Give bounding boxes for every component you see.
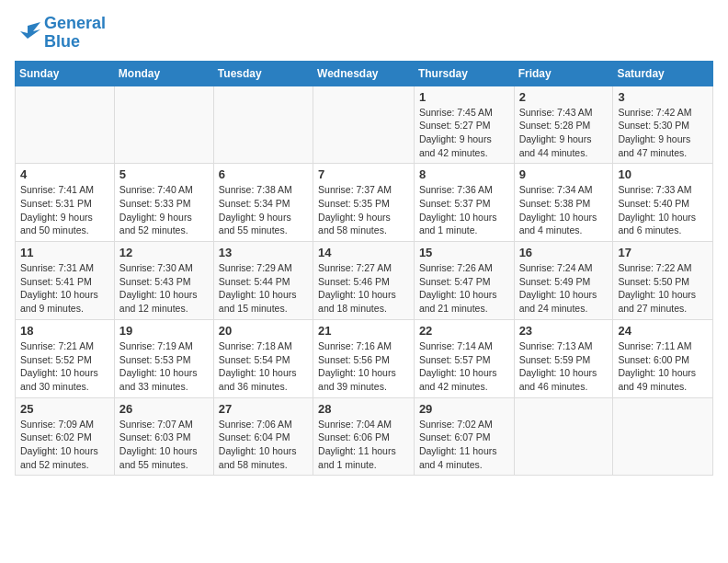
calendar-cell: 10Sunrise: 7:33 AM Sunset: 5:40 PM Dayli… xyxy=(613,164,713,242)
calendar-cell xyxy=(213,86,313,164)
calendar-cell: 13Sunrise: 7:29 AM Sunset: 5:44 PM Dayli… xyxy=(213,242,313,320)
day-info: Sunrise: 7:19 AM Sunset: 5:53 PM Dayligh… xyxy=(119,339,209,394)
day-number: 12 xyxy=(119,246,209,259)
day-number: 27 xyxy=(219,402,308,416)
calendar-cell: 5Sunrise: 7:40 AM Sunset: 5:33 PM Daylig… xyxy=(114,164,213,242)
calendar-week-row: 1Sunrise: 7:45 AM Sunset: 5:27 PM Daylig… xyxy=(16,86,713,164)
calendar-week-row: 11Sunrise: 7:31 AM Sunset: 5:41 PM Dayli… xyxy=(16,242,713,320)
day-info: Sunrise: 7:31 AM Sunset: 5:41 PM Dayligh… xyxy=(20,261,109,316)
day-number: 11 xyxy=(20,246,109,259)
day-number: 23 xyxy=(519,324,609,338)
day-number: 28 xyxy=(318,402,409,416)
calendar-cell: 27Sunrise: 7:06 AM Sunset: 6:04 PM Dayli… xyxy=(213,397,313,476)
day-info: Sunrise: 7:14 AM Sunset: 5:57 PM Dayligh… xyxy=(419,339,509,394)
day-number: 29 xyxy=(419,402,509,416)
day-number: 24 xyxy=(618,324,708,338)
calendar-cell: 9Sunrise: 7:34 AM Sunset: 5:38 PM Daylig… xyxy=(514,164,613,242)
day-number: 7 xyxy=(318,167,409,181)
calendar-header-row: Sunday Monday Tuesday Wednesday Thursday… xyxy=(16,61,713,86)
day-info: Sunrise: 7:41 AM Sunset: 5:31 PM Dayligh… xyxy=(20,183,109,237)
day-info: Sunrise: 7:27 AM Sunset: 5:46 PM Dayligh… xyxy=(318,261,409,316)
day-info: Sunrise: 7:22 AM Sunset: 5:50 PM Dayligh… xyxy=(618,261,708,316)
day-number: 15 xyxy=(419,246,509,259)
header-thursday: Thursday xyxy=(414,61,514,86)
calendar-cell: 4Sunrise: 7:41 AM Sunset: 5:31 PM Daylig… xyxy=(16,164,115,242)
day-info: Sunrise: 7:21 AM Sunset: 5:52 PM Dayligh… xyxy=(20,339,109,394)
calendar-cell: 26Sunrise: 7:07 AM Sunset: 6:03 PM Dayli… xyxy=(114,397,213,476)
logo-text: General Blue xyxy=(44,15,106,52)
day-info: Sunrise: 7:38 AM Sunset: 5:34 PM Dayligh… xyxy=(219,183,308,237)
day-info: Sunrise: 7:16 AM Sunset: 5:56 PM Dayligh… xyxy=(318,339,409,394)
day-number: 22 xyxy=(419,324,509,338)
calendar-cell: 28Sunrise: 7:04 AM Sunset: 6:06 PM Dayli… xyxy=(313,397,415,476)
day-number: 4 xyxy=(20,167,109,181)
calendar-cell: 18Sunrise: 7:21 AM Sunset: 5:52 PM Dayli… xyxy=(16,319,115,397)
day-number: 26 xyxy=(119,402,209,416)
header-monday: Monday xyxy=(114,61,213,86)
day-info: Sunrise: 7:42 AM Sunset: 5:30 PM Dayligh… xyxy=(618,106,708,160)
day-info: Sunrise: 7:26 AM Sunset: 5:47 PM Dayligh… xyxy=(419,261,509,316)
header-friday: Friday xyxy=(514,61,613,86)
calendar-table: Sunday Monday Tuesday Wednesday Thursday… xyxy=(15,61,713,477)
calendar-cell: 25Sunrise: 7:09 AM Sunset: 6:02 PM Dayli… xyxy=(16,397,115,476)
calendar-cell: 11Sunrise: 7:31 AM Sunset: 5:41 PM Dayli… xyxy=(16,242,115,320)
calendar-cell xyxy=(613,397,713,476)
calendar-cell: 21Sunrise: 7:16 AM Sunset: 5:56 PM Dayli… xyxy=(313,319,415,397)
calendar-week-row: 4Sunrise: 7:41 AM Sunset: 5:31 PM Daylig… xyxy=(16,164,713,242)
calendar-cell xyxy=(514,397,613,476)
calendar-cell: 19Sunrise: 7:19 AM Sunset: 5:53 PM Dayli… xyxy=(114,319,213,397)
day-info: Sunrise: 7:24 AM Sunset: 5:49 PM Dayligh… xyxy=(519,261,609,316)
day-info: Sunrise: 7:29 AM Sunset: 5:44 PM Dayligh… xyxy=(219,261,308,316)
calendar-cell: 17Sunrise: 7:22 AM Sunset: 5:50 PM Dayli… xyxy=(613,242,713,320)
calendar-week-row: 18Sunrise: 7:21 AM Sunset: 5:52 PM Dayli… xyxy=(16,319,713,397)
day-number: 18 xyxy=(20,324,109,338)
day-number: 3 xyxy=(618,90,708,104)
day-info: Sunrise: 7:40 AM Sunset: 5:33 PM Dayligh… xyxy=(119,183,209,237)
day-number: 19 xyxy=(119,324,209,338)
svg-marker-0 xyxy=(20,22,40,39)
day-info: Sunrise: 7:18 AM Sunset: 5:54 PM Dayligh… xyxy=(219,339,308,394)
day-info: Sunrise: 7:04 AM Sunset: 6:06 PM Dayligh… xyxy=(318,418,409,472)
day-number: 2 xyxy=(519,90,609,104)
page-header: General Blue xyxy=(15,15,713,52)
day-info: Sunrise: 7:30 AM Sunset: 5:43 PM Dayligh… xyxy=(119,261,209,316)
calendar-cell: 1Sunrise: 7:45 AM Sunset: 5:27 PM Daylig… xyxy=(414,86,514,164)
logo-bird-icon xyxy=(15,22,40,44)
day-info: Sunrise: 7:02 AM Sunset: 6:07 PM Dayligh… xyxy=(419,418,509,472)
day-number: 14 xyxy=(318,246,409,259)
day-number: 20 xyxy=(219,324,308,338)
day-number: 13 xyxy=(219,246,308,259)
day-number: 8 xyxy=(419,167,509,181)
calendar-cell: 14Sunrise: 7:27 AM Sunset: 5:46 PM Dayli… xyxy=(313,242,415,320)
day-info: Sunrise: 7:09 AM Sunset: 6:02 PM Dayligh… xyxy=(20,418,109,472)
calendar-week-row: 25Sunrise: 7:09 AM Sunset: 6:02 PM Dayli… xyxy=(16,397,713,476)
calendar-cell: 7Sunrise: 7:37 AM Sunset: 5:35 PM Daylig… xyxy=(313,164,415,242)
header-sunday: Sunday xyxy=(16,61,115,86)
calendar-cell: 24Sunrise: 7:11 AM Sunset: 6:00 PM Dayli… xyxy=(613,319,713,397)
calendar-cell: 3Sunrise: 7:42 AM Sunset: 5:30 PM Daylig… xyxy=(613,86,713,164)
calendar-cell: 6Sunrise: 7:38 AM Sunset: 5:34 PM Daylig… xyxy=(213,164,313,242)
calendar-cell: 8Sunrise: 7:36 AM Sunset: 5:37 PM Daylig… xyxy=(414,164,514,242)
day-number: 5 xyxy=(119,167,209,181)
day-number: 10 xyxy=(618,167,708,181)
header-wednesday: Wednesday xyxy=(313,61,415,86)
calendar-cell: 29Sunrise: 7:02 AM Sunset: 6:07 PM Dayli… xyxy=(414,397,514,476)
day-info: Sunrise: 7:45 AM Sunset: 5:27 PM Dayligh… xyxy=(419,106,509,160)
day-info: Sunrise: 7:07 AM Sunset: 6:03 PM Dayligh… xyxy=(119,418,209,472)
calendar-cell: 12Sunrise: 7:30 AM Sunset: 5:43 PM Dayli… xyxy=(114,242,213,320)
day-number: 17 xyxy=(618,246,708,259)
day-info: Sunrise: 7:11 AM Sunset: 6:00 PM Dayligh… xyxy=(618,339,708,394)
calendar-cell xyxy=(114,86,213,164)
day-number: 9 xyxy=(519,167,609,181)
header-saturday: Saturday xyxy=(613,61,713,86)
day-number: 25 xyxy=(20,402,109,416)
calendar-cell: 20Sunrise: 7:18 AM Sunset: 5:54 PM Dayli… xyxy=(213,319,313,397)
day-info: Sunrise: 7:13 AM Sunset: 5:59 PM Dayligh… xyxy=(519,339,609,394)
day-info: Sunrise: 7:34 AM Sunset: 5:38 PM Dayligh… xyxy=(519,183,609,237)
logo: General Blue xyxy=(15,15,106,52)
day-info: Sunrise: 7:43 AM Sunset: 5:28 PM Dayligh… xyxy=(519,106,609,160)
day-info: Sunrise: 7:37 AM Sunset: 5:35 PM Dayligh… xyxy=(318,183,409,237)
calendar-cell: 22Sunrise: 7:14 AM Sunset: 5:57 PM Dayli… xyxy=(414,319,514,397)
day-number: 1 xyxy=(419,90,509,104)
calendar-cell xyxy=(313,86,415,164)
